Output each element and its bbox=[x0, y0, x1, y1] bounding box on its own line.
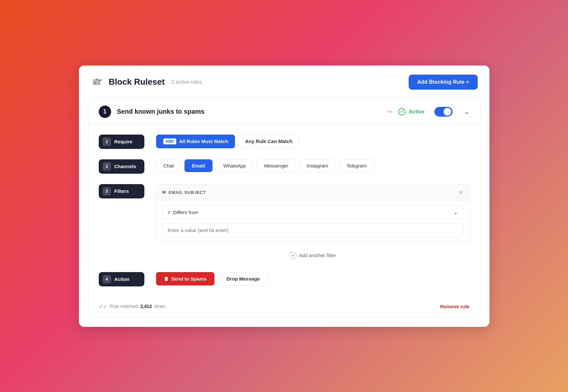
rule-status: ✓ Active bbox=[398, 108, 424, 115]
svg-rect-5 bbox=[94, 82, 95, 85]
require-step-label: 1 Require bbox=[99, 135, 144, 149]
filter-value-input[interactable] bbox=[162, 223, 463, 237]
top-bar: Block Ruleset 2 active rules Add Blockin… bbox=[79, 65, 489, 97]
action-step-text: Action bbox=[114, 276, 130, 282]
filter-select-icon: ≠ bbox=[168, 210, 171, 215]
require-step-row: 1 Require AND All Rules Must Match Any R… bbox=[99, 135, 470, 149]
ruleset-title: Block Ruleset bbox=[109, 77, 165, 87]
channel-messenger-button[interactable]: Messenger bbox=[256, 159, 296, 172]
channel-whatsapp-button[interactable]: WhatsApp bbox=[216, 159, 253, 172]
status-check-icon: ✓ bbox=[398, 108, 405, 115]
filter-input-row bbox=[156, 219, 469, 242]
email-icon: ✉ bbox=[162, 190, 166, 195]
require-step-content: AND All Rules Must Match Any Rule Can Ma… bbox=[156, 135, 470, 148]
add-filter-button[interactable]: + Add another filter bbox=[284, 249, 342, 262]
action-buttons: 🗑 Send to Spams Drop Message bbox=[156, 272, 470, 285]
filters-step-num: 3 bbox=[103, 187, 111, 196]
differs-from-label: Differs from bbox=[173, 210, 198, 215]
add-filter-row: + Add another filter bbox=[156, 247, 470, 262]
matched-count: 2,412 bbox=[140, 304, 152, 309]
filter-card-header: ✉ EMAIL SUBJECT ✕ bbox=[156, 184, 469, 201]
filter-select[interactable]: ≠ Differs from ⌄ bbox=[162, 206, 463, 219]
channels-step-text: Channels bbox=[114, 164, 137, 169]
filters-step-text: Filters bbox=[114, 188, 129, 194]
channel-instagram-button[interactable]: Instagram bbox=[299, 159, 336, 172]
action-step-content: 🗑 Send to Spams Drop Message bbox=[156, 272, 470, 285]
edit-icon[interactable]: ✏ bbox=[387, 108, 392, 115]
plus-circle-icon: + bbox=[289, 252, 297, 259]
send-to-spams-button[interactable]: 🗑 Send to Spams bbox=[156, 272, 214, 285]
matched-prefix: Rule matched bbox=[110, 304, 138, 309]
all-rules-match-button[interactable]: AND All Rules Must Match bbox=[156, 135, 235, 148]
filter-select-inner: ≠ Differs from bbox=[168, 210, 198, 215]
rule-matched: ✓✓ Rule matched 2,412 times bbox=[99, 303, 166, 310]
filter-card: ✉ EMAIL SUBJECT ✕ ≠ Differs from bbox=[156, 184, 470, 242]
rule-body: 1 Require AND All Rules Must Match Any R… bbox=[88, 125, 480, 286]
filters-step-label: 3 Filters bbox=[99, 184, 144, 198]
active-toggle[interactable] bbox=[434, 107, 453, 117]
channels-step-row: 2 Channels Chat Email WhatsApp Messenger… bbox=[99, 159, 470, 174]
action-step-label: 4 Action bbox=[99, 272, 144, 286]
and-badge: AND bbox=[163, 138, 177, 145]
action-step-num: 4 bbox=[103, 275, 111, 283]
channel-chat-button[interactable]: Chat bbox=[156, 159, 182, 172]
rule-card: 1 Send known junks to spams ✏ ✓ Active ⌄… bbox=[88, 97, 480, 318]
drop-message-button[interactable]: Drop Message bbox=[218, 272, 268, 285]
svg-rect-4 bbox=[99, 80, 100, 83]
channel-email-button[interactable]: Email bbox=[184, 159, 212, 172]
rule-header: 1 Send known junks to spams ✏ ✓ Active ⌄ bbox=[88, 98, 480, 125]
status-label: Active bbox=[409, 109, 424, 115]
send-to-spams-label: Send to Spams bbox=[171, 276, 207, 282]
svg-rect-1 bbox=[93, 81, 99, 83]
active-rules-badge: 2 active rules bbox=[171, 79, 202, 85]
action-step-row: 4 Action 🗑 Send to Spams Drop Message bbox=[99, 272, 470, 286]
filters-step-content: ✉ EMAIL SUBJECT ✕ ≠ Differs from bbox=[156, 184, 470, 262]
filters-step-row: 3 Filters ✉ EMAIL SUBJECT ✕ bbox=[99, 184, 470, 262]
any-rule-match-button[interactable]: Any Rule Can Match bbox=[238, 135, 299, 148]
rule-footer: ✓✓ Rule matched 2,412 times Remove rule bbox=[88, 297, 480, 310]
require-step-num: 1 bbox=[103, 138, 111, 146]
top-bar-left: Block Ruleset 2 active rules bbox=[91, 75, 202, 89]
filter-close-icon[interactable]: ✕ bbox=[459, 189, 463, 196]
ruleset-icon bbox=[91, 75, 104, 89]
filter-card-title-text: EMAIL SUBJECT bbox=[168, 190, 206, 195]
filter-select-row: ≠ Differs from ⌄ bbox=[156, 201, 469, 219]
outer-card: Block Ruleset 2 active rules Add Blockin… bbox=[79, 65, 489, 327]
channels-list: Chat Email WhatsApp Messenger Instagram … bbox=[156, 159, 470, 172]
channels-step-num: 2 bbox=[103, 162, 111, 171]
chevron-down-icon[interactable]: ⌄ bbox=[464, 108, 470, 116]
filter-card-title: ✉ EMAIL SUBJECT bbox=[162, 190, 206, 195]
trash-icon: 🗑 bbox=[164, 276, 169, 282]
channels-step-label: 2 Channels bbox=[99, 159, 144, 174]
rule-number-circle: 1 bbox=[99, 106, 111, 118]
svg-rect-2 bbox=[93, 83, 101, 85]
svg-rect-3 bbox=[96, 78, 97, 81]
match-options: AND All Rules Must Match Any Rule Can Ma… bbox=[156, 135, 470, 148]
channels-step-content: Chat Email WhatsApp Messenger Instagram … bbox=[156, 159, 470, 172]
add-filter-label: Add another filter bbox=[299, 253, 336, 258]
remove-rule-button[interactable]: Remove rule bbox=[440, 304, 469, 309]
matched-check-icon: ✓✓ bbox=[99, 303, 107, 310]
add-blocking-rule-button[interactable]: Add Blocking Rule + bbox=[409, 75, 477, 90]
matched-suffix: times bbox=[154, 304, 165, 309]
require-step-text: Require bbox=[114, 139, 133, 144]
channel-telegram-button[interactable]: Telegram bbox=[339, 159, 374, 172]
rule-name: Send known junks to spams bbox=[117, 108, 380, 115]
filter-chevron-icon: ⌄ bbox=[454, 210, 458, 215]
all-rules-match-label: All Rules Must Match bbox=[179, 138, 228, 144]
